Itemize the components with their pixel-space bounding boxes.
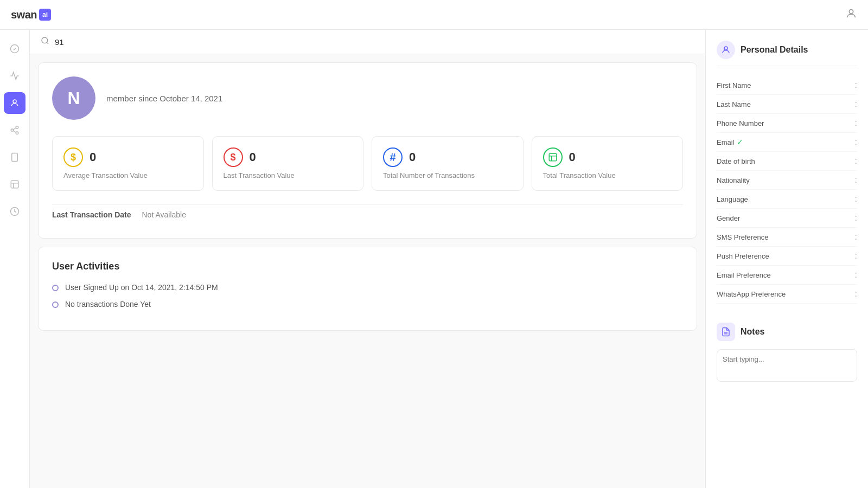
svg-point-19	[724, 47, 727, 50]
activity-dot-signup	[52, 285, 59, 291]
sidebar-item-branch[interactable]	[4, 119, 25, 141]
sidebar-item-chart[interactable]	[4, 65, 25, 87]
whatsapp-label: WhatsApp Preference	[717, 290, 786, 298]
svg-line-7	[13, 128, 16, 130]
total-transactions-icon: #	[383, 147, 403, 167]
stat-card-total-transactions: # 0 Total Number of Transactions	[372, 136, 524, 191]
total-value-label: Total Transaction Value	[543, 171, 672, 179]
logo-text: swan	[11, 9, 37, 21]
svg-point-5	[16, 132, 18, 134]
sidebar-item-mobile[interactable]	[4, 146, 25, 168]
avg-transaction-value: 0	[90, 150, 96, 164]
last-transaction-value: 0	[250, 150, 256, 164]
svg-point-0	[849, 9, 853, 13]
svg-point-4	[11, 129, 14, 132]
activity-item-signup: User Signed Up on Oct 14, 2021, 2:14:50 …	[52, 283, 683, 292]
search-icon	[41, 36, 49, 47]
svg-point-2	[13, 100, 16, 103]
stat-card-avg-transaction: $ 0 Average Transaction Value	[52, 136, 204, 191]
sidebar-item-users[interactable]	[4, 92, 25, 114]
activities-section: User Activities User Signed Up on Oct 14…	[38, 247, 697, 331]
total-transactions-label: Total Number of Transactions	[383, 171, 512, 179]
svg-point-3	[16, 126, 18, 129]
sms-label: SMS Preference	[717, 233, 768, 241]
search-bar	[30, 30, 705, 54]
personal-details-icon	[717, 41, 735, 59]
dob-label: Date of birth	[717, 157, 755, 165]
avg-transaction-icon: $	[63, 147, 83, 167]
personal-details-title: Personal Details	[741, 45, 808, 55]
detail-row-lastname: Last Name :	[717, 95, 857, 114]
detail-row-sms: SMS Preference :	[717, 228, 857, 247]
sidebar-item-settings[interactable]	[4, 174, 25, 195]
svg-rect-16	[549, 153, 557, 161]
last-transaction-icon: $	[224, 147, 243, 167]
transaction-date-row: Last Transaction Date Not Available	[52, 204, 683, 224]
svg-line-6	[13, 131, 16, 132]
transaction-date-value: Not Available	[142, 210, 186, 219]
detail-row-dob: Date of birth :	[717, 152, 857, 171]
main-layout: N member since October 14, 2021 $ 0 Aver…	[0, 30, 868, 488]
total-value-icon	[543, 147, 563, 167]
lastname-label: Last Name	[717, 100, 751, 108]
logo-box: ai	[39, 9, 51, 21]
notes-section: Notes	[717, 317, 857, 384]
total-transactions-value: 0	[409, 150, 416, 164]
phone-label: Phone Number	[717, 119, 764, 127]
email-verified-icon: ✓	[737, 138, 743, 146]
activity-item-no-transactions: No transactions Done Yet	[52, 300, 683, 309]
detail-row-nationality: Nationality :	[717, 171, 857, 190]
email-pref-label: Email Preference	[717, 271, 771, 279]
detail-row-firstname: First Name :	[717, 76, 857, 95]
svg-point-14	[42, 37, 48, 43]
detail-row-push: Push Preference :	[717, 247, 857, 266]
svg-line-15	[47, 42, 48, 44]
avg-transaction-label: Average Transaction Value	[63, 171, 193, 179]
total-value-value: 0	[569, 150, 576, 164]
language-label: Language	[717, 195, 748, 203]
stat-card-total-value: 0 Total Transaction Value	[532, 136, 684, 191]
sidebar	[0, 30, 30, 488]
notes-header: Notes	[717, 323, 857, 341]
member-since: member since October 14, 2021	[106, 94, 222, 103]
avatar: N	[52, 76, 95, 120]
detail-row-gender: Gender :	[717, 209, 857, 228]
profile-section: N member since October 14, 2021 $ 0 Aver…	[38, 62, 697, 239]
detail-row-language: Language :	[717, 190, 857, 209]
activity-text-no-transactions: No transactions Done Yet	[65, 300, 151, 309]
gender-label: Gender	[717, 214, 740, 222]
detail-row-email: Email ✓ :	[717, 133, 857, 152]
app-header: swan ai	[0, 0, 868, 30]
personal-details-header: Personal Details	[717, 41, 857, 66]
stat-card-last-transaction: $ 0 Last Transaction Value	[212, 136, 364, 191]
activity-dot-no-transactions	[52, 301, 59, 308]
detail-row-phone: Phone Number :	[717, 114, 857, 133]
svg-rect-8	[12, 153, 18, 162]
notes-title: Notes	[741, 327, 764, 337]
svg-rect-10	[11, 181, 18, 188]
notes-icon	[717, 323, 735, 341]
detail-row-whatsapp: WhatsApp Preference :	[717, 285, 857, 304]
main-content: N member since October 14, 2021 $ 0 Aver…	[30, 30, 705, 488]
push-label: Push Preference	[717, 252, 769, 260]
right-panel: Personal Details First Name : Last Name …	[705, 30, 868, 488]
transaction-date-label: Last Transaction Date	[52, 210, 131, 219]
profile-header: N member since October 14, 2021	[52, 76, 683, 120]
activities-title: User Activities	[52, 261, 683, 272]
notes-input[interactable]	[717, 349, 857, 382]
nationality-label: Nationality	[717, 176, 750, 184]
search-input[interactable]	[55, 37, 163, 47]
last-transaction-label: Last Transaction Value	[224, 171, 353, 179]
stats-grid: $ 0 Average Transaction Value $ 0 Last T…	[52, 136, 683, 191]
sidebar-item-check[interactable]	[4, 38, 25, 60]
detail-row-email-pref: Email Preference :	[717, 266, 857, 285]
sidebar-item-clock[interactable]	[4, 201, 25, 222]
user-profile-icon[interactable]	[845, 8, 857, 22]
firstname-label: First Name	[717, 81, 751, 89]
activity-text-signup: User Signed Up on Oct 14, 2021, 2:14:50 …	[65, 283, 218, 292]
logo: swan ai	[11, 9, 51, 21]
email-label: Email ✓	[717, 138, 743, 146]
personal-details-section: Personal Details First Name : Last Name …	[717, 41, 857, 304]
